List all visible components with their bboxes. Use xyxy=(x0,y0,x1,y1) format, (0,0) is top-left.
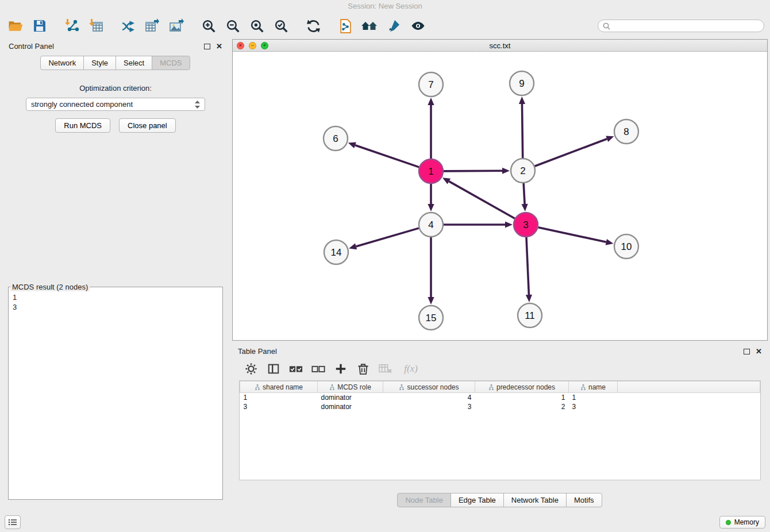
optimization-criterion-select[interactable]: strongly connected component xyxy=(26,98,205,111)
network-graph: 7968124314101511 xyxy=(233,52,767,340)
unselect-all-columns-button[interactable] xyxy=(311,361,326,376)
apply-layout-icon xyxy=(306,19,321,33)
style-brush-button[interactable] xyxy=(382,14,406,37)
import-network-icon xyxy=(64,18,79,33)
graph-edge-1-6[interactable] xyxy=(348,142,419,167)
delete-columns-button[interactable] xyxy=(356,361,371,376)
graph-node-1[interactable]: 1 xyxy=(419,159,443,183)
graph-node-4[interactable]: 4 xyxy=(419,213,443,237)
search-input[interactable] xyxy=(613,21,759,30)
table-panel: Table Panel ✕ xyxy=(232,344,768,511)
column-header-name[interactable]: name xyxy=(569,381,618,393)
network-view-title: scc.txt xyxy=(233,41,767,50)
mcds-result-lines: 1 3 xyxy=(9,291,222,313)
graph-node-10[interactable]: 10 xyxy=(614,234,638,259)
save-session-button[interactable] xyxy=(28,14,52,37)
graph-edge-4-3[interactable] xyxy=(444,221,513,228)
graph-edge-2-8[interactable] xyxy=(535,136,614,166)
zoom-fit-button[interactable] xyxy=(245,14,269,37)
tab-select[interactable]: Select xyxy=(116,56,152,70)
graph-node-8[interactable]: 8 xyxy=(614,119,638,144)
toggle-visibility-button[interactable] xyxy=(406,14,430,37)
export-table-icon xyxy=(145,18,160,33)
svg-text:2: 2 xyxy=(520,165,525,176)
clone-network-button[interactable] xyxy=(333,14,357,37)
graph-node-15[interactable]: 15 xyxy=(419,306,443,330)
column-header-filler xyxy=(618,381,760,393)
column-header-MCDS-role[interactable]: MCDS role xyxy=(318,381,383,393)
zoom-in-icon xyxy=(202,19,216,33)
trash-icon xyxy=(357,363,369,375)
function-builder-button: f(x) xyxy=(401,361,421,376)
toolbar-search[interactable] xyxy=(598,20,764,32)
graph-node-7[interactable]: 7 xyxy=(419,72,443,97)
export-image-button[interactable] xyxy=(164,14,188,37)
window-close-icon[interactable]: × xyxy=(237,42,244,49)
zoom-selected-button[interactable] xyxy=(269,14,293,37)
float-panel-icon[interactable] xyxy=(204,44,210,49)
zoom-in-button[interactable] xyxy=(197,14,221,37)
memory-button[interactable]: Memory xyxy=(719,516,765,529)
graph-node-14[interactable]: 14 xyxy=(324,240,348,264)
close-table-panel-icon[interactable]: ✕ xyxy=(756,348,762,355)
open-session-button[interactable] xyxy=(3,14,28,37)
window-titlebar: Session: New Session xyxy=(0,0,770,13)
graph-edge-3-11[interactable] xyxy=(526,237,532,302)
new-network-button[interactable] xyxy=(116,14,140,37)
graph-edge-1-7[interactable] xyxy=(428,98,434,159)
column-header-predecessor-nodes[interactable]: predecessor nodes xyxy=(475,381,569,393)
table-toolbar: f(x) xyxy=(232,357,768,380)
import-table-button[interactable] xyxy=(84,14,108,37)
table-tab-motifs[interactable]: Motifs xyxy=(566,493,602,507)
network-view-titlebar: × − + scc.txt xyxy=(233,40,767,52)
select-all-columns-button[interactable] xyxy=(288,361,303,376)
add-column-button[interactable] xyxy=(333,361,348,376)
table-tab-network-table[interactable]: Network Table xyxy=(503,493,567,507)
table-tab-edge-table[interactable]: Edge Table xyxy=(451,493,504,507)
mcds-result-box: MCDS result (2 nodes) 1 3 xyxy=(8,283,223,500)
import-network-button[interactable] xyxy=(60,14,84,37)
table-tab-node-table[interactable]: Node Table xyxy=(397,493,451,507)
zoom-out-icon xyxy=(226,19,240,33)
window-zoom-icon[interactable]: + xyxy=(261,42,268,49)
graph-edge-3-1[interactable] xyxy=(442,178,515,218)
column-header-shared-name[interactable]: shared name xyxy=(240,381,318,393)
zoom-fit-icon xyxy=(250,19,264,33)
graph-node-9[interactable]: 9 xyxy=(510,71,534,95)
svg-text:10: 10 xyxy=(621,241,632,252)
show-all-button[interactable] xyxy=(357,14,382,37)
table-row[interactable]: 1dominator411 xyxy=(240,393,760,402)
graph-edge-1-2[interactable] xyxy=(444,168,510,174)
network-canvas[interactable]: 7968124314101511 xyxy=(233,52,767,340)
table-row[interactable]: 3dominator323 xyxy=(240,402,760,411)
graph-edge-1-4[interactable] xyxy=(428,184,434,211)
close-panel-button[interactable]: Close panel xyxy=(119,118,176,133)
graph-edge-4-15[interactable] xyxy=(428,237,434,304)
float-table-panel-icon[interactable] xyxy=(744,349,750,354)
close-panel-icon[interactable]: ✕ xyxy=(216,43,222,50)
graph-edge-3-10[interactable] xyxy=(538,228,613,245)
select-all-icon xyxy=(289,364,303,374)
style-brush-icon xyxy=(387,19,401,33)
columns-icon xyxy=(267,363,280,375)
table-settings-button[interactable] xyxy=(244,361,259,376)
graph-edge-4-14[interactable] xyxy=(349,228,419,249)
tab-mcds[interactable]: MCDS xyxy=(152,56,190,70)
zoom-out-button[interactable] xyxy=(221,14,245,37)
graph-node-11[interactable]: 11 xyxy=(518,303,542,327)
show-column-button[interactable] xyxy=(266,361,281,376)
graph-edge-2-9[interactable] xyxy=(519,97,525,158)
graph-node-2[interactable]: 2 xyxy=(511,159,535,183)
task-history-button[interactable] xyxy=(5,515,21,529)
graph-node-6[interactable]: 6 xyxy=(324,126,348,151)
run-mcds-button[interactable]: Run MCDS xyxy=(55,118,110,133)
tab-style[interactable]: Style xyxy=(83,56,116,70)
apply-layout-button[interactable] xyxy=(301,14,325,37)
graph-node-3[interactable]: 3 xyxy=(514,213,538,237)
svg-text:15: 15 xyxy=(426,313,437,323)
export-table-button[interactable] xyxy=(140,14,164,37)
window-minimize-icon[interactable]: − xyxy=(249,42,256,49)
tab-network[interactable]: Network xyxy=(40,56,84,70)
graph-edge-2-3[interactable] xyxy=(521,183,528,211)
column-header-successor-nodes[interactable]: successor nodes xyxy=(383,381,475,393)
